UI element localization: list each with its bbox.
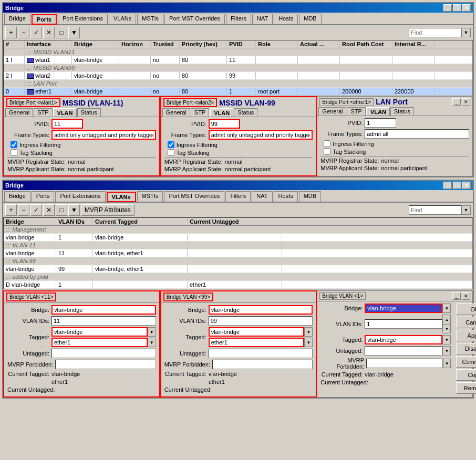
bvlan11-tagged-input1[interactable] [51,327,148,337]
bottom-tab-vlans[interactable]: VLANs [107,192,136,202]
bvlan1-window-controls[interactable]: _ ✕ [452,292,470,300]
filter-button[interactable]: ▼ [68,27,80,38]
bvlan11-tagged-dropdown1[interactable]: ▼ [148,327,156,337]
tab-filters[interactable]: Filters [226,14,251,24]
table-row-wlan1[interactable]: 1 I wlan1 vlan-bridge no 80 11 [4,56,472,64]
vlan-row-99[interactable]: vlan-bridge 99 vlan-bridge, ether1 [4,265,472,273]
vlan-row-11[interactable]: vlan-bridge 11 vlan-bridge, ether1 [4,249,472,257]
wlan2-tag-stacking-checkbox[interactable] [168,149,174,156]
disable-button[interactable]: Disable [456,343,476,354]
bvlan11-ids-input[interactable] [51,316,156,326]
bottom-copy-button[interactable]: □ [56,204,67,216]
vlan-row-mgmt[interactable]: vlan-bridge 1 vlan-bridge [4,234,472,242]
bvlan99-tagged-dropdown1[interactable]: ▼ [304,327,313,337]
bvlan1-mvrp-input[interactable] [366,359,443,368]
copy-button[interactable]: □ [56,27,67,38]
wlan2-pvid-input[interactable] [209,119,240,129]
apply-button[interactable]: Apply [456,330,476,341]
ether1-pvid-input[interactable] [365,118,396,128]
find-input[interactable] [409,28,461,37]
bottom-tab-port-extensions[interactable]: Port Extensions [55,191,105,202]
bvlan1-untagged-input[interactable] [365,346,442,356]
wlan2-tab-stp[interactable]: STP [191,108,209,117]
bvlan1-ids-input[interactable] [365,319,442,329]
bottom-add-button[interactable]: + [5,204,17,216]
ok-button[interactable]: OK [456,304,476,315]
bvlan1-bridge-input[interactable] [365,304,442,313]
bvlan99-bridge-input[interactable] [209,305,313,315]
ether1-frame-types-input[interactable] [365,129,469,139]
bottom-minimize-button[interactable]: _ [443,182,452,189]
mvrp-attributes-button[interactable]: MVRP Attributes [81,204,134,216]
wlan2-frame-types-input[interactable] [209,130,313,140]
bottom-tab-hosts[interactable]: Hosts [274,191,298,202]
bottom-tab-port-mst-overrides[interactable]: Port MST Overrides [164,191,224,202]
tab-mdb[interactable]: MDB [299,14,321,24]
tab-nat[interactable]: NAT [252,14,273,24]
tab-port-mst-overrides[interactable]: Port MST Overrides [164,14,225,24]
bottom-check-button[interactable]: ✓ [30,204,42,216]
tab-vlans[interactable]: VLANs [109,14,136,24]
ether1-window-controls[interactable]: _ ✕ [452,98,470,106]
bottom-cancel-btn[interactable]: ✕ [43,204,55,216]
ether1-close-btn[interactable]: ✕ [462,98,470,106]
bvlan1-minimize-btn[interactable]: _ [452,292,461,300]
bvlan1-tagged-input[interactable] [365,335,442,344]
maximize-button[interactable]: □ [453,4,461,12]
ether1-tab-status[interactable]: Status [390,107,414,116]
ether1-minimize-btn[interactable]: _ [452,98,461,106]
tab-mstis[interactable]: MSTIs [137,14,163,24]
tab-hosts[interactable]: Hosts [274,14,298,24]
bvlan1-ids-down[interactable]: ▼ [443,325,450,333]
bottom-window-controls[interactable]: _ □ ✕ [443,182,471,189]
table-row-ether1[interactable]: 0 ether1 vlan-bridge no 80 1 root port 2… [4,88,472,96]
wlan2-tab-vlan[interactable]: VLAN [210,108,233,117]
minimize-button[interactable]: _ [443,4,452,12]
top-window-controls[interactable]: _ □ ✕ [443,4,471,12]
close-button[interactable]: ✕ [462,4,471,12]
bvlan1-bridge-dropdown[interactable]: ▼ [442,304,451,313]
cancel-button-bvlan1[interactable]: Cancel [456,317,476,328]
tab-bridge[interactable]: Bridge [4,14,30,24]
bottom-tab-mstis[interactable]: MSTIs [137,191,163,202]
bvlan1-mvrp-dropdown[interactable]: ▼ [443,359,451,368]
ether1-tab-vlan[interactable]: VLAN [366,107,390,116]
check-button[interactable]: ✓ [30,27,42,38]
comment-button[interactable]: Comment [456,356,476,368]
bottom-tab-mdb[interactable]: MDB [299,191,321,202]
bottom-maximize-button[interactable]: □ [453,182,461,189]
bvlan11-tagged-dropdown2[interactable]: ▼ [148,338,156,347]
bottom-close-button[interactable]: ✕ [462,182,471,189]
bvlan99-ids-input[interactable] [209,316,313,326]
copy-button-bvlan1[interactable]: Copy [456,369,476,381]
bvlan99-untagged-input[interactable] [209,349,313,358]
bottom-tab-filters[interactable]: Filters [225,191,251,202]
bvlan1-ids-spinner[interactable]: ▲ ▼ [442,315,451,333]
bvlan11-mvrp-input[interactable] [55,360,156,369]
wlan1-ingress-checkbox[interactable] [11,141,17,148]
bottom-tab-nat[interactable]: NAT [252,191,272,202]
bottom-tab-bridge[interactable]: Bridge [4,191,30,202]
bvlan1-close-btn[interactable]: ✕ [462,292,470,300]
bottom-remove-button[interactable]: − [18,204,29,216]
wlan2-tab-status[interactable]: Status [234,108,257,117]
bottom-tab-ports[interactable]: Ports [32,191,55,202]
wlan1-frame-types-input[interactable] [51,130,156,140]
bvlan99-tagged-input2[interactable] [209,338,305,347]
ether1-ingress-checkbox[interactable] [324,140,330,147]
wlan1-pvid-input[interactable] [51,119,83,129]
cancel-button[interactable]: ✕ [43,27,55,38]
bvlan1-untagged-dropdown[interactable]: ▼ [442,346,451,356]
bvlan1-ids-up[interactable]: ▲ [443,315,450,325]
table-row-wlan2[interactable]: 2 I wlan2 vlan-bridge no 80 99 [4,72,472,80]
bvlan1-tagged-dropdown[interactable]: ▼ [442,335,451,344]
bvlan99-mvrp-input[interactable] [212,360,313,369]
wlan1-tab-vlan[interactable]: VLAN [53,108,77,117]
wlan2-tab-general[interactable]: General [162,108,190,117]
tab-port-extensions[interactable]: Port Extensions [58,14,108,24]
remove-button[interactable]: − [18,27,29,38]
wlan1-tab-status[interactable]: Status [77,108,101,117]
bottom-filter-button[interactable]: ▼ [68,204,80,216]
bvlan99-tagged-input1[interactable] [209,327,305,337]
bvlan11-tagged-input2[interactable] [51,338,148,347]
